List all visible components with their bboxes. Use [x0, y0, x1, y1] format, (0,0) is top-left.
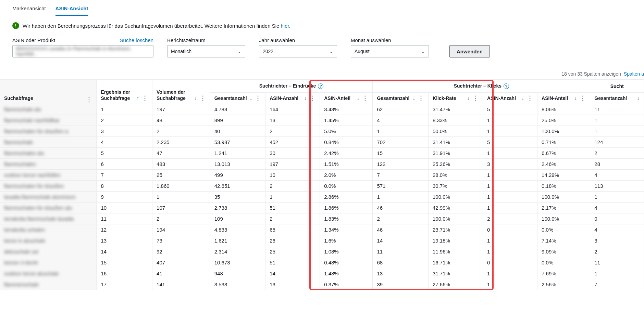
- cell-rank: 6: [97, 159, 152, 170]
- column-menu-icon[interactable]: ⋮: [142, 97, 148, 100]
- cell-click-share: 100.0%: [537, 126, 590, 137]
- cell-rank: 3: [97, 126, 152, 137]
- tab-asin-view[interactable]: ASIN-Ansicht: [55, 4, 88, 16]
- period-label: Berichtszeitraum: [167, 37, 245, 43]
- asin-input[interactable]: B00XXXXXXX Lavadia 2x Flammschale in Alu…: [12, 45, 153, 57]
- th-imp-asin[interactable]: ASIN-Anzahl↓⋮: [265, 93, 320, 104]
- cell-next-total: 1: [590, 192, 644, 203]
- cell-imp-share: 1.45%: [320, 115, 373, 126]
- sort-icon[interactable]: ↓: [574, 95, 577, 101]
- cell-click-rate: 25.26%: [429, 159, 483, 170]
- column-menu-icon[interactable]: ⋮: [527, 97, 533, 100]
- chevron-down-icon: ⌄: [421, 49, 425, 54]
- column-menu-icon[interactable]: ⋮: [309, 97, 315, 100]
- table-row: flammschalen für draußen a324025.0%150.0…: [0, 126, 644, 137]
- th-rank[interactable]: Ergebnis der Suchabfrage ↑⋮: [97, 80, 152, 104]
- clear-search-link[interactable]: Suche löschen: [120, 37, 153, 43]
- cell-imp-share: 2.0%: [320, 170, 373, 181]
- cell-imp-total: 499: [210, 170, 265, 181]
- sort-icon[interactable]: ↓: [467, 95, 470, 101]
- cell-click-share: 2.17%: [537, 203, 590, 213]
- sort-icon[interactable]: ↓: [249, 95, 252, 101]
- column-menu-icon[interactable]: ⋮: [255, 97, 261, 100]
- cell-query: kerzen 3 docht: [0, 257, 97, 268]
- cell-volume: 47: [152, 148, 210, 159]
- column-menu-icon[interactable]: ⋮: [200, 97, 206, 100]
- month-select[interactable]: August ⌄: [351, 45, 429, 57]
- sort-icon[interactable]: ↓: [637, 95, 640, 101]
- th-click-rate[interactable]: Klick-Rate↓⋮: [429, 93, 483, 104]
- month-label: Monat auswählen: [351, 37, 429, 43]
- column-menu-icon[interactable]: ⋮: [418, 97, 424, 100]
- cell-query: flammschalen für draußen a: [0, 126, 97, 137]
- cell-rank: 5: [97, 148, 152, 159]
- cell-rank: 15: [97, 257, 152, 268]
- cell-rank: 16: [97, 268, 152, 279]
- cell-click-asin: 1: [483, 235, 537, 246]
- cell-imp-share: 2.42%: [320, 148, 373, 159]
- cell-click-share: 7.14%: [537, 235, 590, 246]
- th-next-total[interactable]: Gesamtanzahl↓: [590, 93, 644, 104]
- cell-query: flammschalen: [0, 159, 97, 170]
- sort-icon[interactable]: ↓: [521, 95, 524, 101]
- th-click-total[interactable]: Gesamtanzahl↓⋮: [373, 93, 429, 104]
- cell-volume: 407: [152, 257, 210, 268]
- table-row: flammschale alu11974.7831643.43%6231.47%…: [0, 104, 644, 115]
- th-click-share[interactable]: ASIN-Anteil↓⋮: [537, 93, 590, 104]
- results-table-wrap: Suchabfrage ⋮ Ergebnis der Suchabfrage ↑…: [0, 79, 644, 290]
- th-imp-total[interactable]: Gesamtanzahl↓⋮: [210, 93, 265, 104]
- cell-query: flammschale alu: [0, 104, 97, 115]
- cell-query: flammschalen für draußen: [0, 181, 97, 192]
- th-click-asin[interactable]: ASIN-Anzahl↓⋮: [483, 93, 537, 104]
- sort-asc-icon[interactable]: ↑: [136, 95, 139, 101]
- cell-click-share: 0.18%: [537, 181, 590, 192]
- sort-icon[interactable]: ↓: [412, 95, 415, 101]
- cell-next-total: 4: [590, 224, 644, 235]
- cell-volume: 107: [152, 203, 210, 213]
- column-menu-icon[interactable]: ⋮: [362, 97, 368, 100]
- cell-next-total: 124: [590, 137, 644, 148]
- column-menu-icon[interactable]: ⋮: [472, 97, 479, 100]
- cell-volume: 141: [152, 279, 210, 290]
- cell-click-asin: 1: [483, 268, 537, 279]
- cell-query: flammschale: [0, 137, 97, 148]
- cell-click-asin: 1: [483, 148, 537, 159]
- cell-imp-share: 0.37%: [320, 279, 373, 290]
- cell-imp-asin: 10: [265, 170, 320, 181]
- th-imp-share[interactable]: ASIN-Anteil↓⋮: [320, 93, 373, 104]
- columns-toggle-link[interactable]: Spalten a: [624, 71, 644, 77]
- info-link[interactable]: hier: [281, 23, 289, 29]
- cell-imp-asin: 26: [265, 235, 320, 246]
- cell-click-share: 14.29%: [537, 170, 590, 181]
- cell-click-share: 0.71%: [537, 137, 590, 148]
- th-volume[interactable]: Volumen der Suchabfrage ↓⋮: [152, 80, 210, 104]
- sort-icon[interactable]: ↓: [304, 95, 307, 101]
- help-icon[interactable]: ?: [504, 83, 509, 89]
- sort-icon[interactable]: ↓: [194, 95, 197, 101]
- th-query[interactable]: Suchabfrage ⋮: [0, 80, 97, 104]
- tab-brand-view[interactable]: Markenansicht: [12, 4, 46, 16]
- cell-click-rate: 30.7%: [429, 181, 483, 192]
- help-icon[interactable]: ?: [318, 83, 323, 89]
- cell-click-rate: 100.0%: [429, 192, 483, 203]
- table-row: outdoor kerze nachfüllen725499102.0%728.…: [0, 170, 644, 181]
- column-menu-icon[interactable]: ⋮: [86, 98, 92, 101]
- cell-click-total: 13: [373, 268, 429, 279]
- cell-imp-asin: 452: [265, 137, 320, 148]
- table-row: dekoschale set14922.314251.08%1111.96%19…: [0, 246, 644, 257]
- th-group-clicks: Suchtrichter – Klicks?: [373, 80, 590, 93]
- asin-label: ASIN oder Produkt: [12, 37, 55, 43]
- period-select[interactable]: Monatlich ⌄: [167, 45, 245, 57]
- cell-volume: 2: [152, 213, 210, 224]
- cell-query: lavadia flammschale aluminium: [0, 192, 97, 203]
- chevron-down-icon: ⌄: [329, 49, 333, 54]
- sort-icon[interactable]: ↓: [357, 95, 359, 101]
- cell-click-total: 7: [373, 170, 429, 181]
- cell-imp-share: 5.0%: [320, 126, 373, 137]
- cell-click-rate: 42.99%: [429, 203, 483, 213]
- apply-button[interactable]: Anwenden: [449, 45, 490, 57]
- column-menu-icon[interactable]: ⋮: [580, 97, 586, 100]
- table-row: flammschalen alu5471.241302.42%1531.91%1…: [0, 148, 644, 159]
- cell-click-total: 46: [373, 203, 429, 213]
- year-select[interactable]: 2022 ⌄: [259, 45, 337, 57]
